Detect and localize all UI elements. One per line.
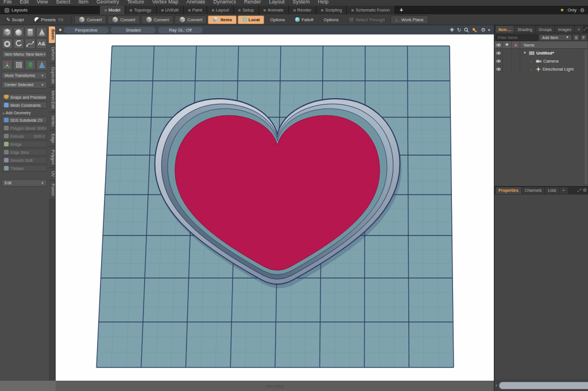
add-layout-tab-button[interactable]: +: [395, 7, 408, 13]
menu-select[interactable]: Select: [56, 0, 70, 5]
menu-vertex-map[interactable]: Vertex Map: [152, 0, 179, 5]
uv-grid-button[interactable]: [13, 60, 24, 70]
layout-tab-model[interactable]: Model: [100, 6, 125, 14]
scopes-button[interactable]: S: [573, 34, 579, 41]
favorites-star-icon[interactable]: ★: [560, 7, 564, 13]
tab-lists[interactable]: Lists: [545, 187, 559, 194]
tool-edge-slice[interactable]: Edge Slice: [2, 149, 47, 156]
filters-button[interactable]: F: [581, 34, 587, 41]
edit-dropdown[interactable]: Edit▼: [2, 179, 47, 187]
vtab-mesh-edit[interactable]: Mesh Edit: [49, 88, 55, 111]
eye-icon[interactable]: [496, 60, 501, 63]
pan-icon[interactable]: ✚: [450, 27, 454, 33]
tab-groups[interactable]: Groups: [536, 26, 555, 33]
tab-channels[interactable]: Channels: [522, 187, 545, 194]
select-through-button[interactable]: Select Through: [344, 16, 389, 24]
menu-render[interactable]: Render: [244, 0, 261, 5]
gear-icon[interactable]: ⚙: [580, 7, 585, 13]
eye-icon[interactable]: [496, 68, 501, 71]
column-add[interactable]: ✚: [503, 41, 512, 49]
tree-scrollbar[interactable]: [585, 49, 587, 184]
panel-expand-icon[interactable]: ⤢: [583, 26, 587, 32]
work-plane-button[interactable]: ∟Work Plane: [390, 16, 428, 24]
falloff-cone-button[interactable]: [36, 60, 47, 70]
panel-expand-icon[interactable]: ⤢: [577, 188, 581, 193]
tool-bridge[interactable]: Bridge: [2, 141, 47, 148]
add-geometry-header[interactable]: ▸ Add Geometry: [3, 111, 47, 115]
key-icon[interactable]: [472, 28, 478, 33]
action-center-options-button[interactable]: Options: [265, 16, 289, 24]
layout-tab-animate[interactable]: Animate: [259, 6, 289, 14]
item-menu-dropdown[interactable]: Item Menu: New Item▼: [2, 51, 47, 58]
expand-twisty-icon[interactable]: ▼: [523, 51, 527, 55]
curve-tool-button[interactable]: [25, 38, 36, 49]
vtab-deform[interactable]: Deform: [49, 44, 55, 63]
column-lock[interactable]: A: [512, 41, 520, 49]
eye-icon[interactable]: [496, 52, 501, 55]
vtab-duplicate[interactable]: Duplicate: [49, 64, 55, 87]
vtab-basic[interactable]: Basic: [49, 26, 55, 43]
cone-primitive-button[interactable]: [36, 27, 47, 37]
menu-texture[interactable]: Texture: [127, 0, 144, 5]
menu-animate[interactable]: Animate: [186, 0, 205, 5]
add-item-dropdown[interactable]: Add Item▼: [539, 34, 572, 41]
cylinder-primitive-button[interactable]: [25, 27, 36, 37]
tool-smooth-shift[interactable]: Smooth Shift: [2, 157, 47, 164]
only-label[interactable]: Only: [568, 7, 577, 13]
zoom-icon[interactable]: [464, 28, 469, 33]
more-transforms-dropdown[interactable]: More Transforms▼: [2, 72, 47, 79]
column-name[interactable]: Name: [520, 41, 588, 49]
panel-gear-icon[interactable]: ⚙: [583, 188, 587, 193]
viewport-raygl-dropdown[interactable]: Ray GL: Off: [158, 27, 203, 33]
layout-tab-uvedit[interactable]: UVEdit: [157, 6, 184, 14]
viewport-shading-dropdown[interactable]: Shaded: [111, 27, 156, 33]
tool-polygon-bevel[interactable]: Polygon BevelShift-B: [2, 125, 47, 131]
tool-sds-subdivide[interactable]: SDS Subdivide 2X: [2, 117, 47, 123]
presets-button[interactable]: PresetsF6: [30, 16, 68, 24]
cube-primitive-button[interactable]: [2, 27, 13, 37]
vtab-polygon[interactable]: Polygon: [49, 147, 55, 167]
rotate-icon[interactable]: ↻: [457, 27, 462, 33]
vtab-uv[interactable]: UV: [49, 168, 55, 180]
vtab-fusion[interactable]: Fusion: [49, 181, 55, 199]
tool-thicken[interactable]: Thicken: [2, 165, 47, 172]
add-panel-tab-button[interactable]: +: [575, 26, 583, 33]
tab-shading[interactable]: Shading: [514, 26, 535, 33]
menu-edit[interactable]: Edit: [20, 0, 29, 5]
sculpt-button[interactable]: ✎Sculpt: [2, 16, 29, 24]
items-mode-button[interactable]: Items: [208, 16, 237, 24]
column-visibility[interactable]: [494, 41, 503, 49]
layout-tab-topology[interactable]: Topology: [125, 6, 156, 14]
filter-items-input[interactable]: [496, 34, 538, 41]
viewport-gear-icon[interactable]: ⚙: [481, 27, 485, 33]
command-input[interactable]: [499, 382, 588, 389]
menu-help[interactable]: Help: [318, 0, 329, 5]
viewport-projection-dropdown[interactable]: Perspective: [64, 27, 109, 33]
layout-tab-layout[interactable]: Layout: [207, 6, 234, 14]
text-tool-button[interactable]: A&: [36, 38, 47, 49]
tree-row-untitled[interactable]: ▼ Untitled*: [494, 49, 588, 57]
menu-file[interactable]: File: [3, 0, 12, 5]
mesh-paint-button[interactable]: [25, 60, 36, 70]
layouts-menu[interactable]: Layouts: [0, 7, 32, 13]
viewport-expand-icon[interactable]: ▸: [488, 28, 490, 32]
layout-tab-paint[interactable]: Paint: [184, 6, 207, 14]
torus-primitive-button[interactable]: [2, 38, 13, 49]
vtab-edge[interactable]: Edge: [49, 131, 55, 146]
layout-tab-setup[interactable]: Setup: [234, 6, 259, 14]
tab-item-list[interactable]: Item ...: [496, 26, 514, 33]
tree-row-camera[interactable]: → Camera: [494, 57, 588, 65]
tab-images[interactable]: Images: [555, 26, 574, 33]
convert-button-1[interactable]: Convert: [74, 16, 106, 24]
helix-tool-button[interactable]: [13, 38, 24, 49]
menu-system[interactable]: System: [293, 0, 310, 5]
vtab-vertex[interactable]: Vertex: [49, 113, 55, 130]
add-panel-tab-button[interactable]: +: [560, 187, 568, 194]
menu-geometry[interactable]: Geometry: [96, 0, 119, 5]
falloff-options-button[interactable]: Options: [319, 16, 343, 24]
convert-button-2[interactable]: Convert: [107, 16, 140, 24]
snaps-precision-button[interactable]: Snaps and Precision: [2, 94, 47, 100]
tool-extrude[interactable]: ExtrudeShift-X: [2, 133, 47, 140]
center-selected-dropdown[interactable]: Center Selected▼: [2, 81, 47, 88]
assembly-button[interactable]: [2, 60, 13, 70]
